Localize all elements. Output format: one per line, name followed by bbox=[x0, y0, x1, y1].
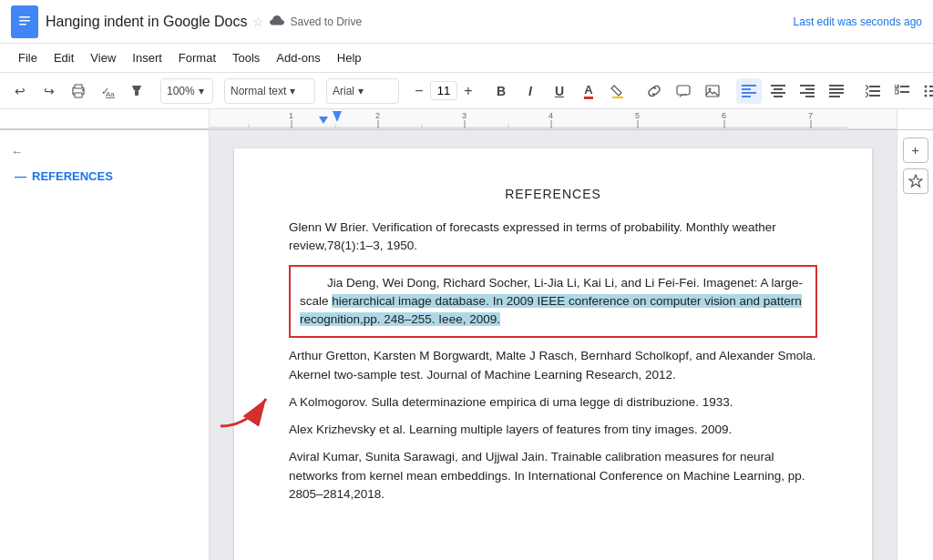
svg-rect-25 bbox=[805, 96, 815, 97]
svg-rect-10 bbox=[135, 90, 138, 96]
expand-button[interactable]: + bbox=[903, 137, 928, 163]
bullet-list-button[interactable] bbox=[918, 78, 933, 104]
font-size-increase[interactable]: + bbox=[459, 83, 477, 99]
doc-title-area: Hanging indent in Google Docs ☆ Saved to… bbox=[46, 14, 786, 30]
font-size-area: − 11 + bbox=[410, 81, 477, 100]
svg-rect-34 bbox=[900, 86, 909, 87]
italic-button[interactable]: I bbox=[518, 78, 543, 104]
style-chevron: ▾ bbox=[290, 85, 295, 97]
zoom-select[interactable]: 100% ▾ bbox=[160, 78, 213, 104]
svg-point-37 bbox=[925, 85, 928, 87]
reference-5: Alex Krizhevsky et al. Learning multiple… bbox=[289, 421, 817, 439]
link-button[interactable] bbox=[641, 78, 667, 104]
svg-rect-14 bbox=[742, 85, 756, 87]
menu-bar: File Edit View Insert Format Tools Add-o… bbox=[0, 44, 933, 73]
menu-view[interactable]: View bbox=[83, 47, 123, 68]
align-right-button[interactable] bbox=[795, 78, 820, 104]
svg-rect-0 bbox=[16, 12, 33, 32]
undo-button[interactable]: ↩ bbox=[7, 78, 33, 104]
checklist-button[interactable] bbox=[889, 78, 915, 104]
svg-rect-19 bbox=[774, 88, 783, 90]
redo-button[interactable]: ↪ bbox=[36, 78, 62, 104]
menu-insert[interactable]: Insert bbox=[125, 47, 169, 68]
svg-rect-28 bbox=[829, 92, 844, 94]
ruler: 1 2 3 4 5 6 7 bbox=[210, 109, 897, 129]
svg-text:6: 6 bbox=[722, 111, 726, 120]
star-icon[interactable]: ☆ bbox=[252, 15, 264, 29]
underline-button[interactable]: U bbox=[547, 78, 572, 104]
sidebar-back-button[interactable]: ← bbox=[0, 139, 209, 164]
doc-title[interactable]: Hanging indent in Google Docs bbox=[46, 14, 247, 30]
line-spacing-button[interactable] bbox=[860, 78, 886, 104]
svg-rect-38 bbox=[929, 86, 933, 87]
reference-6: Aviral Kumar, Sunita Sarawagi, and Ujjwa… bbox=[289, 448, 817, 504]
print-button[interactable] bbox=[66, 78, 91, 104]
svg-text:Aa: Aa bbox=[106, 90, 115, 98]
svg-rect-32 bbox=[869, 95, 880, 97]
svg-text:5: 5 bbox=[635, 111, 640, 120]
ref2-text-selected: hierarchical image database. In 2009 IEE… bbox=[300, 294, 802, 326]
font-select[interactable]: Arial ▾ bbox=[326, 78, 399, 104]
font-chevron: ▾ bbox=[358, 85, 364, 97]
align-center-button[interactable] bbox=[765, 78, 791, 104]
last-edit[interactable]: Last edit was seconds ago bbox=[794, 15, 922, 28]
menu-addons[interactable]: Add-ons bbox=[269, 47, 327, 68]
svg-rect-42 bbox=[929, 95, 933, 97]
sidebar-heading: — REFERENCES bbox=[0, 164, 209, 188]
svg-rect-15 bbox=[742, 88, 751, 90]
svg-rect-23 bbox=[805, 88, 815, 90]
cloud-icon bbox=[270, 15, 284, 29]
doc-title-row: Hanging indent in Google Docs ☆ Saved to… bbox=[46, 14, 786, 30]
svg-rect-30 bbox=[869, 86, 880, 87]
align-left-button[interactable] bbox=[736, 78, 762, 104]
bold-button[interactable]: B bbox=[488, 78, 514, 104]
menu-file[interactable]: File bbox=[11, 47, 45, 68]
main-area: ← — REFERENCES The selected text where y… bbox=[0, 130, 933, 560]
ruler-right-spacer bbox=[897, 109, 933, 129]
svg-text:7: 7 bbox=[808, 111, 813, 120]
comment-button[interactable] bbox=[671, 78, 696, 104]
svg-text:3: 3 bbox=[462, 111, 466, 120]
menu-edit[interactable]: Edit bbox=[46, 47, 81, 68]
align-justify-button[interactable] bbox=[824, 78, 849, 104]
svg-rect-2 bbox=[19, 20, 30, 22]
doc-area[interactable]: The selected text where you want to impl… bbox=[210, 130, 897, 560]
spellcheck-button[interactable]: ✓Aa bbox=[95, 78, 120, 104]
svg-point-13 bbox=[709, 87, 712, 90]
menu-format[interactable]: Format bbox=[171, 47, 223, 68]
ref4-text: A Kolmogorov. Sulla determinazione empir… bbox=[289, 395, 733, 409]
svg-point-39 bbox=[925, 89, 928, 92]
svg-marker-74 bbox=[333, 111, 342, 122]
back-icon: ← bbox=[11, 145, 23, 158]
font-size-decrease[interactable]: − bbox=[410, 83, 428, 99]
svg-text:2: 2 bbox=[375, 111, 380, 120]
explore-button[interactable] bbox=[903, 168, 928, 194]
right-panel: + bbox=[897, 130, 933, 560]
paint-format-button[interactable] bbox=[124, 78, 149, 104]
svg-text:4: 4 bbox=[549, 111, 553, 120]
svg-text:1: 1 bbox=[289, 111, 293, 120]
doc-heading: REFERENCES bbox=[289, 185, 817, 204]
highlight-button[interactable] bbox=[605, 78, 631, 104]
app-icon bbox=[11, 5, 38, 38]
svg-rect-1 bbox=[19, 16, 30, 18]
toolbar: ↩ ↪ ✓Aa 100% ▾ Normal text ▾ Arial ▾ − 1… bbox=[0, 73, 933, 109]
svg-rect-6 bbox=[75, 85, 82, 88]
sidebar-heading-text: REFERENCES bbox=[32, 169, 113, 183]
svg-rect-11 bbox=[677, 86, 690, 95]
font-size-input[interactable]: 11 bbox=[430, 81, 457, 100]
text-color-button[interactable]: A bbox=[576, 78, 601, 104]
svg-rect-36 bbox=[900, 91, 909, 93]
reference-4: A Kolmogorov. Sulla determinazione empir… bbox=[289, 393, 817, 412]
svg-rect-18 bbox=[771, 85, 785, 87]
menu-tools[interactable]: Tools bbox=[225, 47, 267, 68]
saved-text: Saved to Drive bbox=[290, 15, 362, 28]
svg-rect-22 bbox=[800, 85, 815, 87]
ref3-text: Arthur Gretton, Karsten M Borgwardt, Mal… bbox=[289, 349, 816, 381]
sidebar: ← — REFERENCES bbox=[0, 130, 210, 560]
svg-point-41 bbox=[925, 94, 928, 97]
style-select[interactable]: Normal text ▾ bbox=[224, 78, 315, 104]
image-button[interactable] bbox=[700, 78, 725, 104]
menu-help[interactable]: Help bbox=[330, 47, 369, 68]
svg-rect-17 bbox=[742, 96, 751, 97]
